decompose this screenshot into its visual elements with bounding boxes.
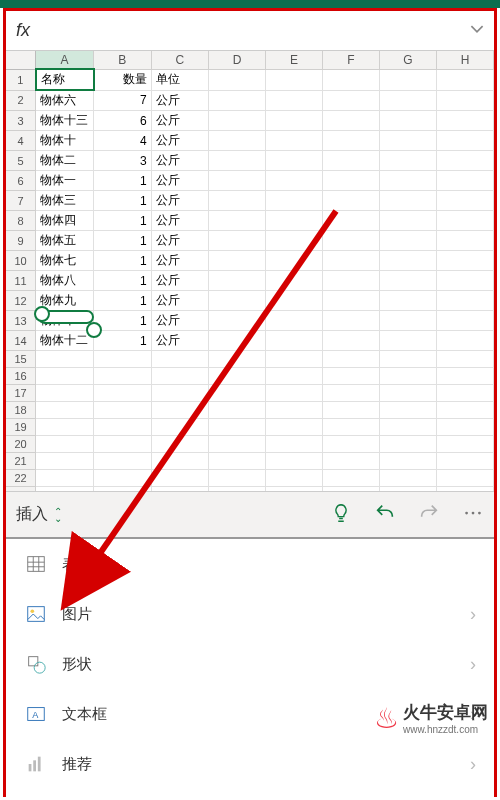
cell-E13[interactable] (266, 311, 323, 331)
cell-B2[interactable]: 7 (94, 90, 151, 111)
row-header-6[interactable]: 6 (6, 171, 36, 191)
cell-B21[interactable] (94, 453, 151, 470)
cell-C3[interactable]: 公斤 (151, 111, 208, 131)
cell-B23[interactable] (94, 487, 151, 492)
cell-C15[interactable] (151, 351, 208, 368)
cell-D23[interactable] (209, 487, 266, 492)
cell-H11[interactable] (436, 271, 493, 291)
cell-H6[interactable] (436, 171, 493, 191)
cell-C16[interactable] (151, 368, 208, 385)
cell-B14[interactable]: 1 (94, 331, 151, 351)
cell-H16[interactable] (436, 368, 493, 385)
row-header-10[interactable]: 10 (6, 251, 36, 271)
cell-C23[interactable] (151, 487, 208, 492)
cell-B6[interactable]: 1 (94, 171, 151, 191)
menu-item-shape[interactable]: 形状 › (6, 639, 494, 689)
cell-H21[interactable] (436, 453, 493, 470)
cell-B16[interactable] (94, 368, 151, 385)
cell-A19[interactable] (36, 419, 94, 436)
column-header-A[interactable]: A (36, 51, 94, 69)
cell-B13[interactable]: 1 (94, 311, 151, 331)
cell-H23[interactable] (436, 487, 493, 492)
cell-C7[interactable]: 公斤 (151, 191, 208, 211)
cell-E11[interactable] (266, 271, 323, 291)
cell-D4[interactable] (209, 131, 266, 151)
cell-A16[interactable] (36, 368, 94, 385)
cell-H4[interactable] (436, 131, 493, 151)
cell-B5[interactable]: 3 (94, 151, 151, 171)
cell-F22[interactable] (323, 470, 380, 487)
cell-C18[interactable] (151, 402, 208, 419)
row-header-15[interactable]: 15 (6, 351, 36, 368)
cell-D16[interactable] (209, 368, 266, 385)
cell-D9[interactable] (209, 231, 266, 251)
cell-E10[interactable] (266, 251, 323, 271)
cell-D1[interactable] (209, 69, 266, 90)
cell-A23[interactable] (36, 487, 94, 492)
cell-F3[interactable] (323, 111, 380, 131)
cell-G20[interactable] (379, 436, 436, 453)
cell-B18[interactable] (94, 402, 151, 419)
row-header-19[interactable]: 19 (6, 419, 36, 436)
cell-E12[interactable] (266, 291, 323, 311)
column-header-E[interactable]: E (266, 51, 323, 69)
cell-G18[interactable] (379, 402, 436, 419)
cell-G19[interactable] (379, 419, 436, 436)
cell-G2[interactable] (379, 90, 436, 111)
row-header-11[interactable]: 11 (6, 271, 36, 291)
cell-E17[interactable] (266, 385, 323, 402)
shape-handle-top-left[interactable] (34, 306, 50, 322)
row-header-4[interactable]: 4 (6, 131, 36, 151)
cell-E2[interactable] (266, 90, 323, 111)
cell-F19[interactable] (323, 419, 380, 436)
row-header-1[interactable]: 1 (6, 69, 36, 90)
cell-F5[interactable] (323, 151, 380, 171)
cell-C2[interactable]: 公斤 (151, 90, 208, 111)
cell-G5[interactable] (379, 151, 436, 171)
cell-B8[interactable]: 1 (94, 211, 151, 231)
cell-G14[interactable] (379, 331, 436, 351)
cell-A10[interactable]: 物体七 (36, 251, 94, 271)
row-header-18[interactable]: 18 (6, 402, 36, 419)
cell-A5[interactable]: 物体二 (36, 151, 94, 171)
cell-G16[interactable] (379, 368, 436, 385)
cell-B7[interactable]: 1 (94, 191, 151, 211)
row-header-22[interactable]: 22 (6, 470, 36, 487)
cell-H5[interactable] (436, 151, 493, 171)
row-header-7[interactable]: 7 (6, 191, 36, 211)
menu-item-picture[interactable]: 图片 › (6, 589, 494, 639)
cell-B15[interactable] (94, 351, 151, 368)
cell-G17[interactable] (379, 385, 436, 402)
cell-C1[interactable]: 单位 (151, 69, 208, 90)
cell-F21[interactable] (323, 453, 380, 470)
cell-H18[interactable] (436, 402, 493, 419)
spreadsheet-grid[interactable]: ABCDEFGH1名称数量单位2物体六7公斤3物体十三6公斤4物体十4公斤5物体… (6, 51, 494, 491)
row-header-3[interactable]: 3 (6, 111, 36, 131)
cell-A20[interactable] (36, 436, 94, 453)
cell-H22[interactable] (436, 470, 493, 487)
cell-G12[interactable] (379, 291, 436, 311)
cell-B12[interactable]: 1 (94, 291, 151, 311)
cell-E22[interactable] (266, 470, 323, 487)
cell-G7[interactable] (379, 191, 436, 211)
cell-F16[interactable] (323, 368, 380, 385)
cell-G21[interactable] (379, 453, 436, 470)
cell-G8[interactable] (379, 211, 436, 231)
cell-A21[interactable] (36, 453, 94, 470)
cell-G6[interactable] (379, 171, 436, 191)
cell-A11[interactable]: 物体八 (36, 271, 94, 291)
row-header-20[interactable]: 20 (6, 436, 36, 453)
cell-C6[interactable]: 公斤 (151, 171, 208, 191)
row-header-5[interactable]: 5 (6, 151, 36, 171)
row-header-2[interactable]: 2 (6, 90, 36, 111)
cell-A4[interactable]: 物体十 (36, 131, 94, 151)
cell-F18[interactable] (323, 402, 380, 419)
cell-B3[interactable]: 6 (94, 111, 151, 131)
row-header-17[interactable]: 17 (6, 385, 36, 402)
cell-F10[interactable] (323, 251, 380, 271)
cell-F23[interactable] (323, 487, 380, 492)
cell-B20[interactable] (94, 436, 151, 453)
cell-F6[interactable] (323, 171, 380, 191)
cell-D18[interactable] (209, 402, 266, 419)
cell-C17[interactable] (151, 385, 208, 402)
